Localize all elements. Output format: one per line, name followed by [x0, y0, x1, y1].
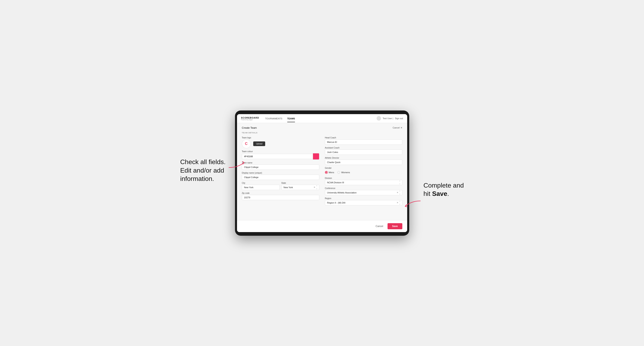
logo-upload-area: C Upload — [242, 139, 319, 148]
region-select-wrapper: Region II - (M) DIII ✕ ⌃⌄ — [325, 200, 402, 205]
city-input[interactable] — [242, 185, 280, 190]
team-logo-label: Team logo — [242, 137, 319, 139]
team-colour-field: Team colour — [242, 150, 319, 160]
form-right: Head Coach Assistant Coach Athletic Dire… — [325, 137, 402, 205]
team-name-input[interactable] — [242, 165, 319, 170]
gender-label: Gender — [325, 167, 402, 169]
team-colour-input[interactable] — [242, 154, 313, 159]
athletic-director-input[interactable] — [325, 160, 402, 165]
mens-radio-dot[interactable] — [325, 171, 328, 174]
arrow-left-icon — [228, 161, 246, 169]
tablet-device: SCOREBOARD Powered by clippd TOURNAMENTS… — [235, 111, 409, 236]
logo-area: SCOREBOARD Powered by clippd — [241, 117, 259, 120]
head-coach-input[interactable] — [325, 139, 402, 145]
state-label: State — [282, 182, 319, 184]
form-grid: Team logo C Upload Team colour — [242, 137, 402, 205]
athletic-director-field: Athletic Director — [325, 157, 402, 165]
zip-input[interactable] — [242, 195, 319, 200]
form-left: Team logo C Upload Team colour — [242, 137, 319, 205]
conference-select[interactable]: University Athletic Association — [325, 190, 402, 195]
arrow-right-icon — [403, 200, 421, 208]
user-name: Test User | — [383, 117, 393, 120]
colour-row — [242, 153, 319, 160]
conference-field: Conference University Athletic Associati… — [325, 187, 402, 195]
cancel-button-footer[interactable]: Cancel — [374, 224, 385, 229]
conference-clear-icon[interactable]: ✕ — [397, 191, 398, 194]
region-field: Region Region II - (M) DIII ✕ ⌃⌄ — [325, 197, 402, 205]
page-header: Create Team Cancel ✕ — [242, 126, 402, 129]
logo-circle: C — [242, 139, 251, 148]
user-avatar — [376, 116, 381, 121]
division-field: Division NCAA Division III ⌃⌄ — [325, 177, 402, 185]
annotation-right: Complete and hit Save. — [424, 181, 464, 198]
state-select-wrapper: New York ✕ ⌃⌄ — [282, 185, 319, 190]
team-name-label: Team name — [242, 162, 319, 164]
cancel-button-top[interactable]: Cancel ✕ — [392, 127, 402, 129]
city-state-field: City State New York — [242, 182, 319, 190]
logo-sub: Powered by clippd — [241, 119, 259, 120]
navbar: SCOREBOARD Powered by clippd TOURNAMENTS… — [237, 114, 407, 123]
annotation-left: Check all fields. Edit and/or add inform… — [180, 158, 226, 183]
zip-field: Zip code — [242, 192, 319, 200]
assistant-coach-input[interactable] — [325, 150, 402, 155]
womens-radio-dot[interactable] — [337, 171, 340, 174]
athletic-director-label: Athletic Director — [325, 157, 402, 159]
city-state-row: City State New York — [242, 182, 319, 190]
state-clear-icon[interactable]: ✕ — [314, 186, 315, 188]
section-title: TEAM DETAILS — [242, 132, 402, 134]
mens-label: Mens — [329, 171, 334, 173]
page-title: Create Team — [242, 126, 257, 129]
state-field: State New York ✕ ⌃⌄ — [282, 182, 319, 190]
nav-links: TOURNAMENTS TEAMS — [265, 115, 376, 122]
gender-field: Gender Mens Womens — [325, 167, 402, 175]
region-clear-icon[interactable]: ✕ — [397, 201, 398, 204]
division-select-wrapper: NCAA Division III ⌃⌄ — [325, 180, 402, 185]
city-label: City — [242, 182, 280, 184]
conference-label: Conference — [325, 187, 402, 189]
gender-womens-option[interactable]: Womens — [337, 171, 350, 174]
head-coach-field: Head Coach — [325, 137, 402, 145]
team-logo-field: Team logo C Upload — [242, 137, 319, 148]
page-wrapper: Check all fields. Edit and/or add inform… — [180, 111, 464, 236]
colour-swatch[interactable] — [313, 153, 319, 160]
conference-select-wrapper: University Athletic Association ✕ ⌃⌄ — [325, 190, 402, 195]
region-select[interactable]: Region II - (M) DIII — [325, 200, 402, 205]
save-button[interactable]: Save — [388, 223, 402, 229]
upload-button[interactable]: Upload — [253, 142, 266, 146]
gender-radio-group: Mens Womens — [325, 170, 402, 175]
form-footer: Cancel Save — [237, 220, 407, 232]
assistant-coach-field: Assistant Coach — [325, 147, 402, 155]
team-name-field: Team name — [242, 162, 319, 170]
gender-mens-option[interactable]: Mens — [325, 171, 334, 174]
head-coach-label: Head Coach — [325, 137, 402, 139]
nav-tournaments[interactable]: TOURNAMENTS — [265, 115, 282, 122]
team-colour-label: Team colour — [242, 150, 319, 153]
main-content: Create Team Cancel ✕ TEAM DETAILS Team l… — [237, 123, 407, 220]
city-field: City — [242, 182, 280, 190]
womens-label: Womens — [341, 171, 350, 173]
sign-out-link[interactable]: Sign out — [395, 117, 403, 120]
zip-label: Zip code — [242, 192, 319, 194]
logo-text: SCOREBOARD — [241, 117, 259, 119]
tablet-screen: SCOREBOARD Powered by clippd TOURNAMENTS… — [237, 114, 407, 232]
division-label: Division — [325, 177, 402, 179]
region-label: Region — [325, 197, 402, 199]
display-name-label: Display name (unique) — [242, 172, 319, 174]
display-name-field: Display name (unique) — [242, 172, 319, 180]
assistant-coach-label: Assistant Coach — [325, 147, 402, 149]
nav-teams[interactable]: TEAMS — [287, 115, 295, 122]
division-select[interactable]: NCAA Division III — [325, 180, 402, 185]
display-name-input[interactable] — [242, 174, 319, 180]
nav-right: Test User | Sign out — [376, 116, 403, 121]
